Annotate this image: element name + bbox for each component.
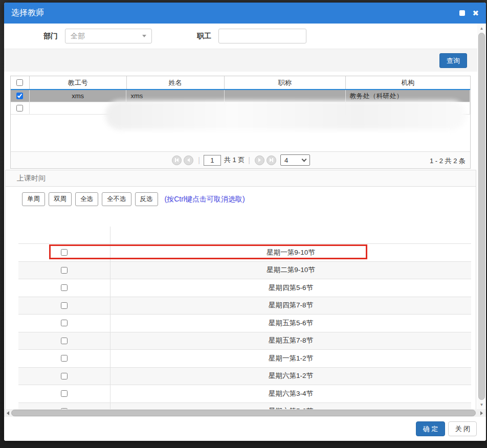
select-all-checkbox[interactable] bbox=[16, 79, 23, 86]
maximize-icon[interactable] bbox=[459, 10, 465, 16]
schedule-slot-label: 星期六第3-4节 bbox=[110, 385, 471, 402]
teacher-id-cell: xms bbox=[30, 90, 127, 102]
schedule-slot-label: 星期四第5-6节 bbox=[110, 279, 471, 297]
schedule-row[interactable]: 星期五第7-8节 bbox=[18, 332, 471, 350]
page-number-input[interactable] bbox=[204, 155, 221, 166]
vertical-scrollbar: ▲ ▼ bbox=[477, 24, 486, 409]
dialog-titlebar: 选择教师 ✖ bbox=[4, 3, 486, 24]
schedule-row-checkbox[interactable] bbox=[61, 249, 68, 256]
page-total-label: 共 1 页 bbox=[224, 155, 245, 165]
schedule-row[interactable]: 星期一第1-2节 bbox=[18, 350, 471, 368]
horizontal-scrollbar bbox=[4, 409, 486, 417]
pagination-bar: | 共 1 页 | 4 1 - 2 共 2 条 bbox=[10, 151, 471, 169]
dialog-title: 选择教师 bbox=[11, 8, 44, 18]
schedule-row[interactable]: 星期四第7-8节 bbox=[18, 297, 471, 315]
teacher-title-cell bbox=[225, 102, 345, 114]
dialog-footer: 确 定 关 闭 bbox=[4, 417, 486, 441]
staff-input[interactable] bbox=[218, 29, 306, 43]
next-page-button[interactable] bbox=[255, 155, 264, 165]
schedule-slot-label: 星期四第7-8节 bbox=[110, 297, 471, 315]
page-size-select[interactable]: 4 bbox=[280, 154, 310, 166]
ctrl-click-hint: (按Ctrl键点击可取消选取) bbox=[165, 195, 245, 204]
col-header-org: 机构 bbox=[346, 76, 470, 89]
schedule-slot-label: 星期五第5-6节 bbox=[110, 315, 471, 332]
schedule-row-checkbox[interactable] bbox=[61, 390, 68, 397]
close-icon[interactable]: ✖ bbox=[472, 9, 479, 17]
horizontal-scrollbar-thumb[interactable] bbox=[11, 410, 476, 416]
schedule-row[interactable]: 星期二第9-10节 bbox=[18, 262, 471, 280]
schedule-row[interactable]: 星期六第5-6节 bbox=[18, 403, 471, 410]
teacher-row[interactable]: xmsxms教务处（科研处） bbox=[11, 90, 470, 102]
ok-button[interactable]: 确 定 bbox=[416, 421, 446, 436]
last-page-button[interactable] bbox=[267, 155, 276, 165]
filter-row: 部门 全部 职工 bbox=[4, 24, 477, 49]
scroll-up-icon[interactable]: ▲ bbox=[477, 25, 486, 32]
query-button[interactable]: 查询 bbox=[439, 53, 467, 68]
first-page-button[interactable] bbox=[172, 155, 182, 165]
teacher-org-cell: 教务处（科研处） bbox=[346, 90, 470, 102]
week-button-双周[interactable]: 双周 bbox=[49, 192, 72, 206]
teacher-row-checkbox[interactable] bbox=[16, 93, 23, 99]
query-band: 查询 bbox=[4, 49, 477, 72]
schedule-row-checkbox[interactable] bbox=[61, 338, 68, 344]
teacher-title-cell bbox=[225, 90, 345, 102]
scroll-left-icon[interactable] bbox=[5, 409, 11, 417]
staff-label: 职工 bbox=[197, 32, 211, 41]
schedule-slot-label: 星期六第1-2节 bbox=[110, 368, 471, 385]
schedule-row-checkbox[interactable] bbox=[61, 302, 68, 309]
scroll-down-icon[interactable]: ▼ bbox=[477, 401, 486, 408]
schedule-row-checkbox[interactable] bbox=[61, 373, 68, 379]
select-all-cell bbox=[11, 76, 30, 89]
chevron-down-icon bbox=[301, 156, 306, 162]
schedule-slot-label: 星期五第7-8节 bbox=[110, 332, 471, 350]
class-time-section-title: 上课时间 bbox=[6, 170, 476, 187]
teacher-row[interactable] bbox=[11, 102, 470, 115]
teacher-name-cell bbox=[126, 102, 225, 114]
chevron-down-icon bbox=[142, 35, 146, 37]
col-header-title: 职称 bbox=[225, 76, 345, 89]
schedule-row[interactable]: 星期六第3-4节 bbox=[18, 385, 471, 403]
col-header-name: 姓名 bbox=[127, 76, 225, 89]
schedule-row-checkbox[interactable] bbox=[61, 284, 68, 291]
teacher-id-cell bbox=[30, 102, 127, 114]
week-buttons-row: 单周双周全选全不选反选 (按Ctrl键点击可取消选取) bbox=[22, 192, 476, 206]
schedule-row[interactable]: 星期六第1-2节 bbox=[18, 368, 471, 386]
col-header-teacher-id: 教工号 bbox=[30, 76, 127, 89]
teacher-org-cell bbox=[346, 102, 470, 114]
schedule-slot-label: 星期六第5-6节 bbox=[110, 403, 471, 410]
schedule-slot-label: 星期一第9-10节 bbox=[110, 244, 471, 261]
class-time-panel: 上课时间 单周双周全选全不选反选 (按Ctrl键点击可取消选取) 星期一第9-1… bbox=[5, 170, 476, 409]
vertical-scrollbar-thumb[interactable] bbox=[478, 33, 485, 400]
week-button-单周[interactable]: 单周 bbox=[22, 192, 45, 206]
teacher-row-checkbox[interactable] bbox=[16, 105, 23, 111]
record-range-label: 1 - 2 共 2 条 bbox=[430, 156, 466, 166]
schedule-slot-label: 星期一第1-2节 bbox=[110, 350, 471, 367]
page-size-value: 4 bbox=[284, 156, 302, 164]
teacher-table-header: 教工号 姓名 职称 机构 bbox=[11, 76, 470, 90]
week-button-全选[interactable]: 全选 bbox=[75, 192, 98, 206]
teacher-name-cell: xms bbox=[126, 90, 225, 102]
scroll-right-icon[interactable] bbox=[478, 409, 484, 417]
close-button[interactable]: 关 闭 bbox=[448, 421, 477, 436]
select-teacher-dialog: 选择教师 ✖ 部门 全部 职工 查询 教工号 姓名 职称 bbox=[4, 3, 486, 441]
schedule-slot-label: 星期二第9-10节 bbox=[110, 262, 471, 279]
schedule-row-checkbox[interactable] bbox=[61, 267, 68, 274]
prev-page-button[interactable] bbox=[184, 155, 193, 165]
schedule-row-checkbox[interactable] bbox=[61, 320, 68, 326]
schedule-row[interactable]: 星期五第5-6节 bbox=[18, 315, 471, 332]
teacher-table-body: xmsxms教务处（科研处） bbox=[11, 90, 470, 115]
dialog-content: 部门 全部 职工 查询 教工号 姓名 职称 机构 xmsxms教务处（科研处） bbox=[4, 24, 486, 441]
department-select-value: 全部 bbox=[71, 32, 142, 41]
week-button-反选[interactable]: 反选 bbox=[135, 192, 158, 206]
department-label: 部门 bbox=[43, 32, 58, 41]
department-select[interactable]: 全部 bbox=[65, 29, 152, 43]
week-button-全不选[interactable]: 全不选 bbox=[102, 192, 131, 206]
schedule-table: 星期一第9-10节星期二第9-10节星期四第5-6节星期四第7-8节星期五第5-… bbox=[18, 227, 471, 409]
schedule-empty-row bbox=[18, 227, 471, 244]
schedule-row[interactable]: 星期四第5-6节 bbox=[18, 279, 471, 297]
schedule-row[interactable]: 星期一第9-10节 bbox=[18, 244, 471, 262]
schedule-row-checkbox[interactable] bbox=[61, 355, 68, 362]
